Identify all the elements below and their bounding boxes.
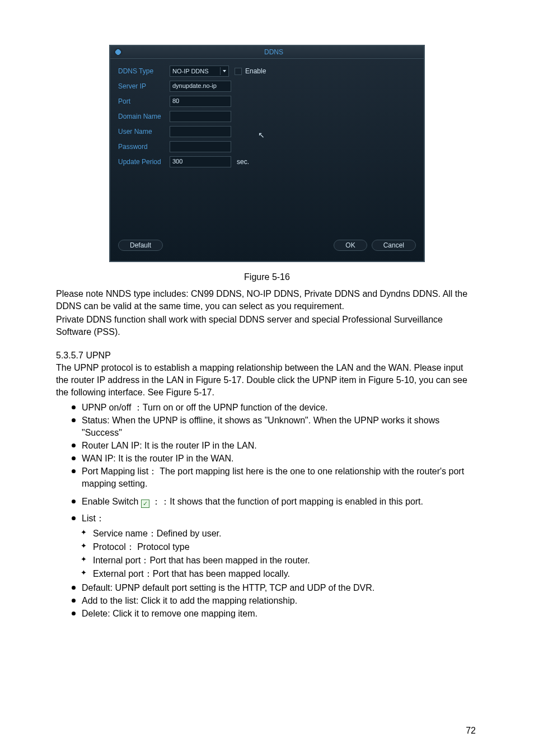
upnp-bullet: UPNP on/off ：Turn on or off the UPNP fun… (72, 402, 478, 414)
ddns-port-input[interactable]: 80 (170, 96, 231, 107)
default-button[interactable]: Default (118, 240, 163, 251)
upnp-bullet: Port Mapping list： The port mapping list… (72, 465, 478, 490)
upnp-sub-item: Service name：Defined by user. (81, 527, 478, 540)
ddns-username-label: User Name (118, 128, 170, 136)
ddns-password-input[interactable] (170, 141, 231, 152)
ddns-domain-input[interactable] (170, 111, 231, 122)
chevron-down-icon (220, 67, 228, 75)
ddns-window-title: DDNS (124, 48, 424, 56)
ddns-domain-label: Domain Name (118, 113, 170, 120)
ddns-sec-label: sec. (237, 158, 249, 166)
ddns-enable-checkbox[interactable] (235, 68, 242, 75)
ddns-update-period-input[interactable]: 300 (170, 156, 231, 167)
upnp-bullet: Add to the list: Click it to add the map… (72, 595, 478, 607)
upnp-bullet: WAN IP: It is the router IP in the WAN. (72, 452, 478, 465)
upnp-sub-item: Protocol： Protocol type (81, 540, 478, 554)
ddns-type-label: DDNS Type (118, 67, 170, 75)
ddns-port-label: Port (118, 97, 170, 105)
enable-switch-checkbox-icon: ✓ (141, 500, 149, 508)
ddns-serverip-label: Server IP (118, 82, 170, 90)
cancel-button[interactable]: Cancel (372, 240, 416, 251)
upnp-bullet-list: List： (72, 512, 478, 525)
ddns-type-value: NO-IP DDNS (172, 68, 220, 74)
enable-switch-text-post: ：：It shows that the function of port map… (149, 497, 423, 506)
ddns-dialog-screenshot: DDNS DDNS Type NO-IP DDNS Enable Server … (56, 45, 478, 262)
ddns-password-label: Password (118, 143, 170, 151)
enable-switch-text-pre: Enable Switch (82, 497, 141, 506)
ddns-username-input[interactable] (170, 126, 231, 137)
ddns-titlebar: DDNS (110, 46, 424, 59)
page-number: 72 (466, 726, 476, 736)
upnp-sub-item: External port：Port that has been mapped … (81, 567, 478, 581)
upnp-bullet: Status: When the UPNP is offline, it sho… (72, 414, 478, 439)
upnp-sub-item: Internal port：Port that has been mapped … (81, 554, 478, 567)
ddns-update-period-label: Update Period (118, 158, 170, 166)
ddns-serverip-input[interactable]: dynupdate.no-ip (170, 81, 231, 92)
ddns-enable-label: Enable (245, 67, 266, 75)
upnp-bullet: Default: UPNP default port setting is th… (72, 582, 478, 594)
upnp-intro-paragraph: The UPNP protocol is to establish a mapp… (56, 362, 478, 399)
cursor-icon: ↖ (258, 130, 265, 139)
upnp-bullet-enable-switch: Enable Switch ✓ ：：It shows that the func… (72, 496, 478, 508)
upnp-bullet: Delete: Click it to remove one mapping i… (72, 608, 478, 620)
ddns-paragraph-1: Please note NNDS type includes: CN99 DDN… (56, 288, 478, 312)
upnp-bullet: Router LAN IP: It is the router IP in th… (72, 440, 478, 452)
upnp-heading: 5.3.5.7 UPNP (56, 351, 478, 361)
ddns-window-icon (114, 48, 123, 56)
ok-button[interactable]: OK (334, 240, 367, 251)
figure-caption: Figure 5-16 (56, 272, 478, 282)
ddns-type-select[interactable]: NO-IP DDNS (170, 66, 229, 77)
ddns-paragraph-2: Private DDNS function shall work with sp… (56, 314, 478, 338)
